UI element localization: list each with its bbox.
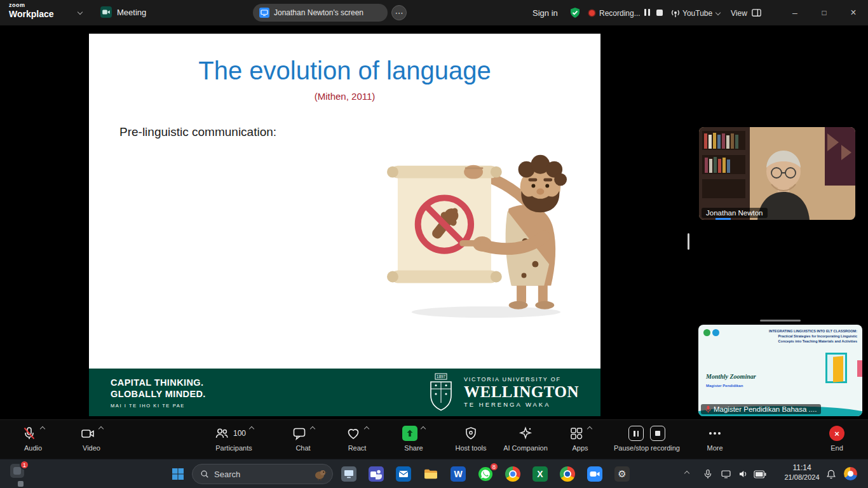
tab-meeting[interactable]: Meeting [100,6,146,18]
tray-notification-bell-icon[interactable] [826,469,836,480]
view-menu-label[interactable]: View [731,9,747,18]
ellipsis-icon: ⋯ [395,8,403,18]
university-maori: TE HERENGA WAKA [464,402,579,408]
taskbar-icon-mail[interactable] [395,466,412,482]
tagline-maori: MAI I TE IHO KI TE PAE [111,403,206,409]
search-highlight-bird-icon [313,467,327,481]
minimize-button[interactable]: – [782,0,808,25]
search-input[interactable] [214,470,308,479]
youtube-dropdown-chevron-icon[interactable] [715,10,721,15]
tray-microphone-icon[interactable] [703,469,713,479]
participants-icon [214,426,229,441]
taskbar-icon-folder[interactable] [423,466,439,482]
security-shield-icon[interactable] [569,7,581,18]
gear-icon: ⚙ [618,468,626,480]
poster-logo-blue-icon [712,329,719,336]
recording-controls[interactable]: Pause/stop recording [599,426,695,452]
react-button[interactable]: React [329,426,386,452]
taskbar-icon-word[interactable]: W [450,466,466,482]
audio-button[interactable]: Audio [4,426,62,452]
taskbar-icon-zoom[interactable] [587,466,603,482]
taskbar-icon-chrome-2[interactable] [559,466,576,482]
taskbar-icon-whatsapp[interactable]: 8 [477,466,494,482]
panel-resize-handle[interactable] [760,320,801,322]
workspace-dropdown-chevron-icon[interactable] [78,10,83,15]
titlebar: zoom Workplace Meeting Jonathan Newton's… [0,0,868,25]
screen-share-icon [259,8,269,18]
view-layout-icon[interactable] [751,8,762,18]
recording-dot-icon [589,10,595,16]
zoom-logo-text: zoom [9,3,54,8]
audio-options-chevron-icon[interactable] [40,426,45,431]
start-button[interactable] [168,464,188,484]
sign-in-link[interactable]: Sign in [532,8,558,18]
recording-status: Recording... [599,9,641,18]
participant-name-label: Magister Pendidikan Bahasa .... [701,404,821,414]
react-options-chevron-icon[interactable] [364,426,369,431]
participants-count: 100 [233,426,246,441]
taskbar-mini-icon[interactable] [18,481,24,487]
maximize-button[interactable]: □ [811,0,837,25]
taskbar-icon-pc[interactable] [341,466,357,482]
chat-button[interactable]: Chat [275,426,332,452]
tray-show-hidden-chevron-icon[interactable] [684,471,689,476]
stop-recording-button[interactable] [650,426,665,441]
taskbar-icon-chrome[interactable] [505,466,521,482]
svg-text:1897: 1897 [437,374,446,379]
taskbar-icon-settings[interactable]: ⚙ [614,466,630,482]
meeting-main-stage: The evolution of language (Mithen, 2011)… [0,25,868,419]
participant-video-jonathan[interactable]: Jonathan Newton [699,127,855,220]
share-options-chevron-icon[interactable] [421,426,426,431]
pause-recording-button[interactable] [628,426,644,441]
close-button[interactable]: × [840,0,867,25]
caveman-illustration [378,140,581,323]
taskbar-icon-excel[interactable]: X [532,466,548,482]
tray-app-icon[interactable] [844,467,857,480]
speaker-video-frame [699,127,855,220]
video-options-chevron-icon[interactable] [98,426,104,431]
share-options-button[interactable]: ⋯ [391,5,407,20]
more-ellipsis-icon [709,426,721,441]
participant-video-magister[interactable]: INTEGRATING LINGUISTICS INTO ELT CLASSRO… [698,325,862,416]
live-stream-icon [670,7,681,18]
tray-display-icon[interactable] [721,469,731,479]
participants-button[interactable]: 100 Participants [199,426,269,452]
zoom-workplace-logo[interactable]: zoom Workplace [9,3,54,18]
panel-scrollbar-thumb[interactable] [688,233,689,250]
end-meeting-button[interactable]: × End [811,426,862,452]
zoom-meeting-window: zoom Workplace Meeting Jonathan Newton's… [0,0,868,488]
youtube-live-label[interactable]: YouTube [682,9,712,18]
chat-icon [292,426,307,441]
pause-recording-button[interactable] [644,9,650,16]
shared-slide: The evolution of language (Mithen, 2011)… [89,34,600,416]
tray-battery-icon[interactable] [754,470,766,478]
chat-options-chevron-icon[interactable] [310,426,315,431]
participants-options-chevron-icon[interactable] [249,426,254,431]
host-tools-button[interactable]: Host tools [442,426,499,452]
share-button[interactable]: Share [385,426,442,452]
close-icon: × [850,7,856,18]
end-call-icon: × [829,426,844,441]
shared-screen-pill[interactable]: Jonathan Newton's screen [253,4,388,22]
search-icon [200,470,209,478]
stop-recording-button[interactable] [656,10,663,16]
tray-date: 21/08/2024 [780,474,824,481]
whatsapp-badge: 8 [489,462,499,471]
ai-companion-button[interactable]: AI Companion [494,426,557,452]
taskbar-corner-app-icon[interactable]: 1 [10,464,24,478]
taskbar-icon-teams[interactable] [368,466,384,482]
slide-title: The evolution of language [89,57,600,85]
apps-options-chevron-icon[interactable] [587,426,592,431]
video-button[interactable]: Video [63,426,120,452]
university-tagline: CAPITAL THINKING. GLOBALLY MINDED. MAI I… [111,377,206,409]
meeting-tab-label: Meeting [117,8,146,17]
poster-logo-green-icon [703,329,710,336]
tagline-line2: GLOBALLY MINDED. [111,388,206,400]
meeting-toolbar: Audio Video 100 Participants Chat [0,419,868,459]
tray-clock[interactable]: 11:14 21/08/2024 [780,464,824,481]
university-logo: 1897 VICTORIA UNIVERSITY OF WELLINGTON T… [426,373,579,412]
more-button[interactable]: More [686,426,743,452]
host-tools-shield-icon [463,426,478,441]
taskbar-search[interactable] [192,464,333,484]
tray-speaker-icon[interactable] [738,469,748,479]
